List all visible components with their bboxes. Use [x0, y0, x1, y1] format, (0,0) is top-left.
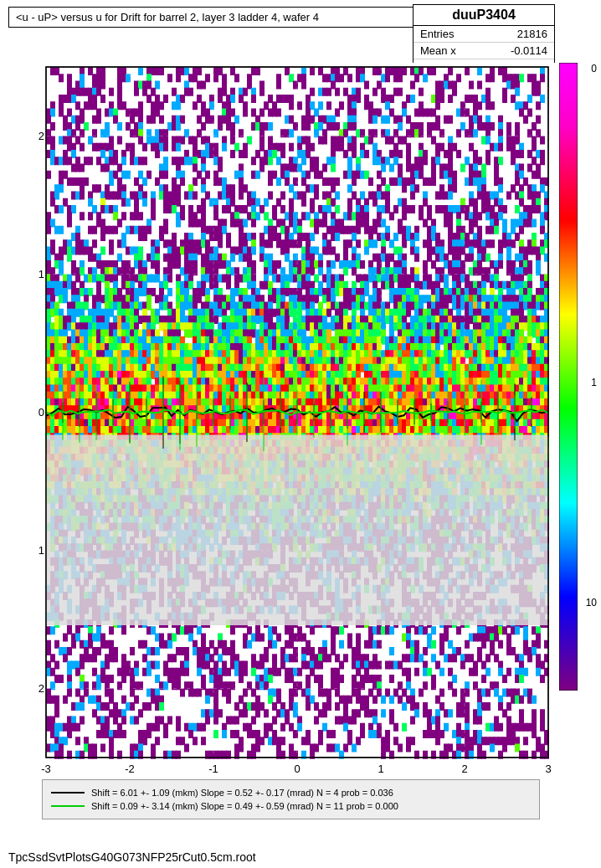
legend-green-line: [51, 805, 85, 807]
mean-x-label: Mean x: [420, 44, 456, 57]
mean-x-row: Mean x -0.0114: [414, 43, 554, 59]
legend-black-text: Shift = 6.01 +- 1.09 (mkm) Slope = 0.52 …: [91, 788, 393, 798]
stats-title: duuP3404: [414, 5, 554, 26]
main-container: <u - uP> versus u for Drift for barrel 2…: [0, 0, 601, 868]
scale-1-label: 1: [591, 377, 597, 388]
filename: TpcSsdSvtPlotsG40G073NFP25rCut0.5cm.root: [8, 850, 256, 864]
title-area: <u - uP> versus u for Drift for barrel 2…: [8, 7, 427, 28]
legend-green-row: Shift = 0.09 +- 3.14 (mkm) Slope = 0.49 …: [51, 801, 531, 811]
scale-10-label: 10: [586, 597, 597, 609]
scale-0-label: 0: [591, 63, 597, 74]
color-bar-canvas: [559, 63, 578, 691]
legend-black-row: Shift = 6.01 +- 1.09 (mkm) Slope = 0.52 …: [51, 788, 531, 798]
legend-black-line: [51, 792, 85, 794]
entries-value: 21816: [517, 28, 547, 40]
entries-label: Entries: [420, 28, 454, 40]
legend-area: Shift = 6.01 +- 1.09 (mkm) Slope = 0.52 …: [42, 779, 540, 819]
entries-row: Entries 21816: [414, 26, 554, 43]
plot-title: <u - uP> versus u for Drift for barrel 2…: [16, 11, 319, 23]
plot-canvas: [38, 63, 557, 791]
legend-green-text: Shift = 0.09 +- 3.14 (mkm) Slope = 0.49 …: [91, 801, 398, 811]
mean-x-value: -0.0114: [511, 44, 547, 57]
